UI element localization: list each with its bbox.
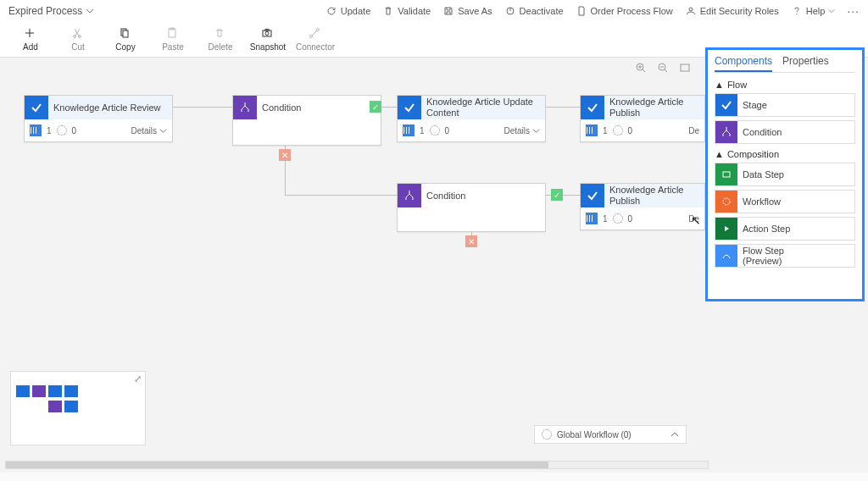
cut-button[interactable]: Cut	[56, 27, 100, 52]
copy-icon	[119, 27, 132, 41]
workflow-count-icon	[57, 125, 67, 135]
palette-item-data-step[interactable]: Data Step	[715, 163, 855, 186]
security-icon	[685, 5, 697, 17]
condition-node-2[interactable]: Condition	[397, 183, 546, 232]
stage-node-publish-1[interactable]: Knowledge Article Publish 1 0 De	[580, 95, 705, 142]
palette-item-action-step[interactable]: Action Step	[715, 217, 855, 240]
workflow-count-icon	[613, 125, 623, 135]
details-toggle[interactable]: Details	[504, 126, 540, 135]
refresh-icon	[326, 5, 337, 17]
branch-yes-icon: ✓	[370, 101, 381, 113]
camera-icon	[261, 27, 275, 41]
condition-icon	[715, 121, 737, 143]
paste-button[interactable]: Paste	[151, 27, 195, 52]
fit-screen-icon[interactable]	[678, 61, 692, 75]
stage-node-update-content[interactable]: Knowledge Article Update Content 1 0 Det…	[397, 95, 546, 142]
workflow-count-icon	[613, 213, 623, 224]
chevron-down-icon	[828, 8, 835, 14]
chevron-down-icon	[532, 127, 540, 135]
stage-node-publish-2[interactable]: Knowledge Article Publish 1 0 De	[580, 183, 705, 230]
chevron-down-icon	[159, 127, 167, 135]
global-workflow-bar[interactable]: Global Workflow (0)	[534, 425, 687, 444]
branch-no-icon: ✕	[465, 235, 477, 247]
action-step-icon	[715, 218, 737, 240]
more-button[interactable]: ···	[847, 4, 860, 18]
palette-item-condition[interactable]: Condition	[715, 120, 855, 144]
help-icon	[791, 5, 803, 17]
workflow-icon	[715, 191, 737, 213]
condition-icon	[233, 96, 257, 119]
svg-point-16	[723, 198, 730, 205]
validate-button[interactable]: Validate	[382, 4, 431, 18]
save-as-button[interactable]: Save As	[442, 4, 492, 18]
edit-security-roles-button[interactable]: Edit Security Roles	[685, 4, 779, 18]
stage-icon	[581, 184, 604, 207]
connector-button[interactable]: Connector	[293, 27, 337, 52]
delete-icon	[214, 27, 227, 41]
details-toggle[interactable]: Details	[131, 126, 167, 135]
paste-icon	[166, 27, 180, 41]
stage-node-review[interactable]: Knowledge Article Review 1 0 Details	[24, 95, 173, 142]
chevron-up-icon	[670, 430, 679, 439]
connector-icon	[309, 27, 322, 41]
details-toggle[interactable]: De	[688, 214, 699, 224]
group-composition[interactable]: ▲ Composition	[715, 149, 855, 159]
steps-icon	[403, 124, 415, 136]
global-workflow-label: Global Workflow (0)	[557, 430, 632, 440]
tab-components[interactable]: Components	[715, 55, 772, 72]
svg-rect-14	[681, 64, 689, 71]
node-title: Knowledge Article Publish	[604, 96, 704, 119]
delete-button[interactable]: Delete	[198, 27, 242, 52]
components-panel: Components Properties ▲ Flow Stage Condi…	[705, 47, 865, 301]
copy-button[interactable]: Copy	[103, 27, 147, 52]
stage-icon	[398, 96, 421, 119]
palette-item-stage[interactable]: Stage	[715, 93, 855, 117]
branch-no-icon: ✕	[279, 149, 291, 161]
workflow-count-icon	[430, 125, 440, 135]
update-button[interactable]: Update	[326, 4, 370, 18]
add-button[interactable]: Add	[8, 27, 53, 52]
chevron-down-icon	[86, 7, 94, 15]
svg-rect-15	[723, 172, 730, 177]
expand-icon[interactable]: ⤢	[134, 373, 142, 384]
snapshot-button[interactable]: Snapshot	[246, 27, 290, 52]
zoom-tools	[627, 58, 698, 78]
details-toggle[interactable]: De	[688, 126, 699, 135]
stage-icon	[715, 94, 737, 116]
horizontal-scrollbar[interactable]	[5, 461, 709, 469]
zoom-in-icon[interactable]	[634, 61, 648, 75]
power-icon	[504, 5, 516, 17]
deactivate-button[interactable]: Deactivate	[504, 4, 564, 18]
process-name-label: Expired Process	[8, 5, 82, 17]
data-step-icon	[715, 163, 737, 185]
cut-icon	[71, 27, 85, 41]
palette-item-workflow[interactable]: Workflow	[715, 190, 855, 213]
process-title[interactable]: Expired Process	[8, 5, 94, 17]
workflow-icon	[542, 429, 552, 440]
stage-icon	[25, 96, 48, 119]
condition-node-1[interactable]: Condition	[232, 95, 381, 146]
order-process-flow-button[interactable]: Order Process Flow	[576, 4, 673, 18]
plus-icon	[24, 27, 37, 41]
svg-point-8	[265, 32, 269, 36]
tab-properties[interactable]: Properties	[782, 55, 829, 72]
node-title: Knowledge Article Publish	[604, 184, 704, 207]
svg-point-2	[79, 36, 81, 38]
stage-icon	[581, 96, 604, 119]
minimap[interactable]: ⤢	[10, 371, 146, 445]
condition-icon	[398, 184, 421, 207]
node-title: Condition	[421, 184, 545, 207]
branch-yes-icon: ✓	[551, 189, 563, 201]
node-title: Knowledge Article Update Content	[421, 96, 545, 119]
help-button[interactable]: Help	[791, 4, 836, 18]
steps-icon	[586, 124, 598, 136]
svg-point-1	[74, 36, 76, 38]
group-flow[interactable]: ▲ Flow	[715, 80, 855, 90]
flow-step-icon	[715, 245, 737, 267]
document-icon	[576, 5, 587, 17]
node-title: Knowledge Article Review	[48, 96, 172, 119]
steps-icon	[586, 213, 598, 224]
header-actions-group: Update Validate Save As Deactivate Order…	[326, 4, 860, 18]
palette-item-flow-step[interactable]: Flow Step (Preview)	[715, 244, 855, 268]
zoom-out-icon[interactable]	[656, 61, 670, 75]
